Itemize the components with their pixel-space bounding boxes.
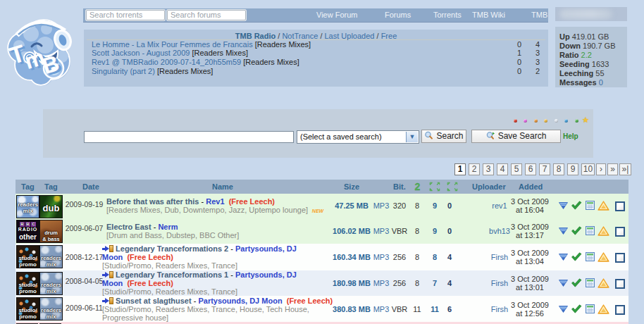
svg-text:2: 2 bbox=[415, 181, 421, 192]
